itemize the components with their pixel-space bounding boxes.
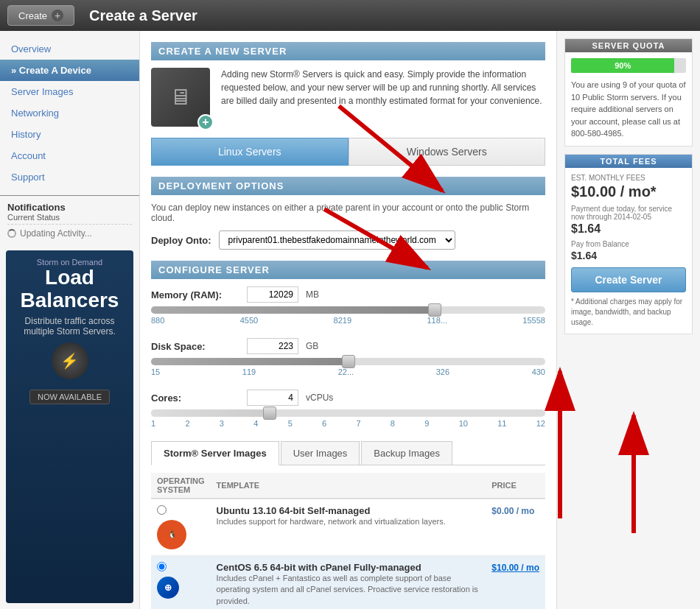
create-plus-icon: + (52, 10, 63, 21)
memory-ticks: 880 4550 8219 118... 15558 (151, 316, 545, 325)
memory-track[interactable] (151, 306, 545, 314)
tab-user-images[interactable]: User Images (281, 441, 360, 465)
current-status-label: Current Status (7, 213, 132, 225)
create-server-button[interactable]: Create Server (571, 267, 686, 292)
memory-unit: MB (306, 289, 319, 300)
pay-from-balance-label: Pay from Balance (571, 240, 686, 248)
sidebar-item-overview[interactable]: Overview (0, 38, 139, 60)
server-type-tabs: Linux Servers Windows Servers (151, 138, 545, 166)
col-price: PRICE (486, 473, 545, 499)
sidebar-item-server-images[interactable]: Server Images (0, 81, 139, 102)
sidebar-item-support[interactable]: Support (0, 166, 139, 188)
ubuntu-desc: Includes support for hardware, network a… (217, 516, 480, 527)
disk-input[interactable] (247, 338, 298, 354)
create-server-section-header: CREATE A NEW SERVER (151, 42, 545, 60)
tab-backup-images[interactable]: Backup Images (361, 441, 452, 465)
storm-icon: ⚡ (52, 342, 88, 379)
disk-ticks: 15 119 22... 326 430 (151, 367, 545, 376)
memory-thumb[interactable] (428, 303, 441, 317)
tab-storm-images[interactable]: Storm® Server Images (151, 441, 279, 465)
notifications-area: Notifications Current Status Updating Ac… (0, 196, 139, 244)
create-button[interactable]: Create + (7, 5, 74, 26)
pay-amount: $1.64 (571, 250, 686, 261)
disk-thumb[interactable] (342, 355, 355, 368)
memory-input[interactable] (247, 286, 298, 303)
deploy-onto-select[interactable]: privparent01.thebestfakedomainnameinthew… (219, 230, 455, 250)
due-amount: $1.64 (571, 222, 686, 236)
quota-box: SERVER QUOTA 90% You are using 9 of your… (564, 38, 693, 147)
lw-swirl-icon: ⊕ (157, 577, 179, 599)
intro-text: Adding new Storm® Servers is quick and e… (221, 68, 545, 108)
ubuntu-logo-cell: 🐧 (151, 499, 211, 556)
disk-label-row: Disk Space: GB (151, 338, 545, 354)
add-server-icon: + (197, 114, 214, 130)
ubuntu-price: $0.00 / mo (491, 506, 534, 516)
cores-thumb[interactable] (263, 406, 276, 420)
ubuntu-price-cell: $0.00 / mo (486, 499, 545, 556)
intro-row: 🖥 + Adding new Storm® Servers is quick a… (151, 68, 545, 127)
storm-ad[interactable]: Storm on Demand LoadBalancers Distribute… (6, 250, 133, 603)
spinner-icon (7, 229, 16, 238)
right-panel: SERVER QUOTA 90% You are using 9 of your… (556, 31, 700, 609)
payment-due-label: Payment due today, for service now throu… (571, 205, 686, 221)
main-content: CREATE A NEW SERVER 🖥 + Adding new Storm… (140, 31, 556, 609)
lw-name: CentOS 6.5 64-bit with cPanel Fully-mana… (217, 562, 480, 573)
storm-sub-text: Distribute traffic across multiple Storm… (13, 316, 126, 337)
deploy-row: Deploy Onto: privparent01.thebestfakedom… (151, 230, 545, 250)
updating-activity: Updating Activity... (7, 228, 132, 239)
cores-input[interactable] (247, 390, 298, 406)
page-title: Create a Server (89, 7, 197, 24)
lw-logo-cell: ⊕ (151, 556, 211, 610)
configure-section-header: CONFIGURE SERVER (151, 261, 545, 279)
cores-fill (151, 409, 270, 417)
storm-big-text: LoadBalancers (13, 267, 126, 312)
lw-price: $10.00 / mo (491, 563, 539, 573)
ubuntu-name: Ubuntu 13.10 64-bit Self-managed (217, 505, 480, 516)
quota-bar-fill: 90% (571, 58, 674, 73)
ubuntu-logo: 🐧 (157, 520, 186, 549)
cores-slider-row: Cores: vCPUs 123456789101112 (151, 390, 545, 428)
disk-unit: GB (306, 341, 318, 351)
layout: Overview » Create A Device Server Images… (0, 31, 700, 609)
fees-title: TOTAL FEES (565, 155, 692, 168)
memory-label: Memory (RAM): (151, 289, 239, 300)
deploy-label: Deploy Onto: (151, 235, 211, 246)
content-area: CREATE A NEW SERVER 🖥 + Adding new Storm… (140, 31, 700, 609)
sidebar-nav: Overview » Create A Device Server Images… (0, 31, 139, 195)
disk-track[interactable] (151, 358, 545, 365)
monthly-amount: $10.00 / mo* (571, 183, 686, 200)
server-icon: 🖥 + (151, 68, 210, 127)
quota-text: You are using 9 of your quota of 10 Publ… (571, 79, 686, 140)
now-available-badge: NOW AVAILABLE (29, 390, 110, 404)
memory-label-row: Memory (RAM): MB (151, 286, 545, 303)
col-template: TEMPLATE (211, 473, 486, 499)
sidebar-item-networking[interactable]: Networking (0, 102, 139, 124)
lw-desc: Includes cPanel + Fantastico as well as … (217, 573, 480, 607)
cores-track[interactable] (151, 409, 545, 417)
liquidweb-logo: ⊕ (157, 577, 205, 599)
sidebar-item-history[interactable]: History (0, 124, 139, 145)
memory-fill (151, 306, 435, 314)
lw-template-cell: CentOS 6.5 64-bit with cPanel Fully-mana… (211, 556, 486, 610)
image-tabs: Storm® Server Images User Images Backup … (151, 441, 545, 465)
tab-windows-servers[interactable]: Windows Servers (349, 138, 546, 166)
sidebar-item-create-device[interactable]: » Create A Device (0, 60, 139, 81)
disk-fill (151, 358, 349, 365)
ubuntu-radio[interactable] (157, 505, 167, 515)
deploy-section-header: DEPLOYMENT OPTIONS (151, 177, 545, 195)
cores-ticks: 123456789101112 (151, 419, 545, 428)
lw-price-cell: $10.00 / mo (486, 556, 545, 610)
server-icon-image: 🖥 (169, 85, 192, 110)
deploy-text: You can deploy new instances on either a… (151, 203, 545, 223)
tab-linux-servers[interactable]: Linux Servers (151, 138, 349, 166)
liquidweb-radio[interactable] (157, 562, 167, 571)
notifications-title: Notifications (7, 202, 132, 213)
sidebar-item-account[interactable]: Account (0, 145, 139, 166)
top-bar: Create + Create a Server (0, 0, 700, 31)
quota-title: SERVER QUOTA (565, 39, 692, 52)
cores-unit: vCPUs (306, 392, 333, 403)
disk-label: Disk Space: (151, 341, 239, 352)
fees-note: * Additional charges may apply for image… (571, 297, 686, 328)
quota-pct-label: 90% (615, 61, 631, 70)
table-row: ⊕ CentOS 6.5 64-bit with cPanel Fully-ma… (151, 556, 545, 610)
